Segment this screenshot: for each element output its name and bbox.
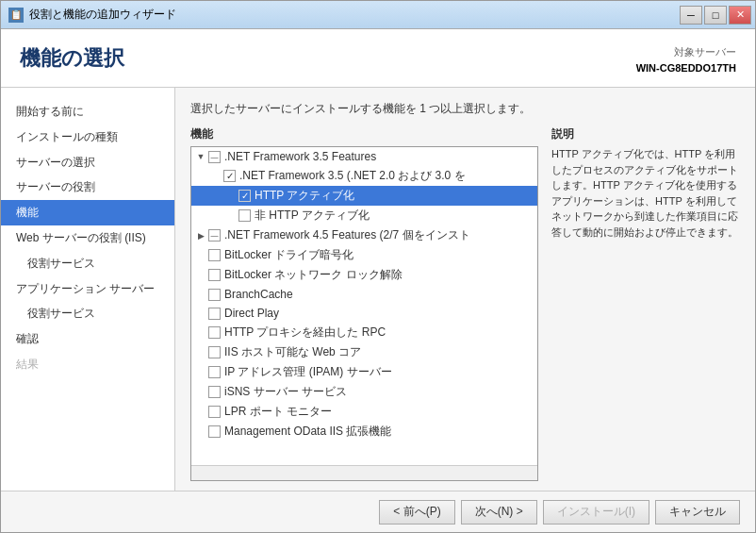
description-text: HTTP アクティブ化では、HTTP を利用したプロセスのアクティブ化をサポート…	[551, 146, 740, 240]
panel-body: 機能 .NET Framework 3.5 Features.NET Frame…	[190, 126, 740, 481]
sidebar-item-confirm[interactable]: 確認	[1, 326, 174, 352]
checkbox-branchcache[interactable]	[208, 289, 221, 301]
install-button[interactable]: インストール(I)	[543, 500, 649, 525]
titlebar-left: 📋 役割と機能の追加ウィザード	[8, 7, 176, 23]
feature-item-http-rpc[interactable]: HTTP プロキシを経由した RPC	[191, 323, 537, 342]
description-panel: 説明 HTTP アクティブ化では、HTTP を利用したプロセスのアクティブ化をサ…	[551, 126, 740, 481]
minimize-button[interactable]: ─	[680, 6, 702, 25]
feature-item-management[interactable]: Management OData IIS 拡張機能	[191, 422, 537, 441]
checkbox-non-http-activation[interactable]	[238, 209, 251, 222]
feature-item-net35-features[interactable]: .NET Framework 3.5 Features	[191, 147, 537, 166]
maximize-button[interactable]: □	[704, 6, 727, 25]
sidebar-item-before-start[interactable]: 開始する前に	[1, 99, 174, 125]
checkbox-lpr[interactable]	[208, 406, 221, 418]
feature-label-net45-features: .NET Framework 4.5 Features (2/7 個をインスト	[224, 227, 470, 243]
checkbox-net35-features[interactable]	[208, 151, 221, 163]
sidebar-item-install-type[interactable]: インストールの種類	[1, 125, 174, 150]
feature-label-management: Management OData IIS 拡張機能	[224, 424, 391, 440]
server-label: 対象サーバー	[636, 44, 736, 60]
expand-arrow-net35-features	[195, 151, 206, 162]
window-title: 役割と機能の追加ウィザード	[29, 7, 176, 23]
feature-item-branchcache[interactable]: BranchCache	[191, 285, 537, 304]
feature-label-net35: .NET Framework 3.5 (.NET 2.0 および 3.0 を	[239, 168, 466, 184]
server-name: WIN-CG8EDDO17TH	[636, 60, 736, 76]
sidebar-item-server-role[interactable]: サーバーの役割	[1, 175, 174, 200]
checkbox-bitlocker-network[interactable]	[208, 269, 221, 281]
feature-label-bitlocker-network: BitLocker ネットワーク ロック解除	[224, 267, 403, 283]
feature-item-http-activation[interactable]: HTTP アクティブ化	[191, 186, 537, 206]
feature-label-lpr: LPR ポート モニター	[224, 404, 332, 420]
feature-label-http-rpc: HTTP プロキシを経由した RPC	[224, 325, 386, 341]
features-label: 機能	[190, 126, 538, 142]
sidebar-item-app-server[interactable]: アプリケーション サーバー	[1, 276, 174, 302]
content-area: 機能の選択 対象サーバー WIN-CG8EDDO17TH 開始する前にインストー…	[1, 29, 755, 491]
features-list-container: .NET Framework 3.5 Features.NET Framewor…	[190, 146, 538, 481]
titlebar: 📋 役割と機能の追加ウィザード ─ □ ✕	[1, 1, 755, 29]
feature-item-iis-web-core[interactable]: IIS ホスト可能な Web コア	[191, 342, 537, 362]
feature-item-net45-features[interactable]: .NET Framework 4.5 Features (2/7 個をインスト	[191, 225, 537, 245]
checkbox-net45-features[interactable]	[208, 229, 221, 242]
feature-label-ip-admin: IP アドレス管理 (IPAM) サーバー	[224, 364, 392, 380]
feature-item-direct-play[interactable]: Direct Play	[191, 304, 537, 323]
features-panel: 機能 .NET Framework 3.5 Features.NET Frame…	[190, 126, 538, 481]
checkbox-ip-admin[interactable]	[208, 366, 221, 378]
main-area: 開始する前にインストールの種類サーバーの選択サーバーの役割機能Web サーバーの…	[1, 88, 755, 491]
next-button[interactable]: 次へ(N) >	[461, 500, 537, 525]
expand-arrow-net45-features	[195, 230, 206, 242]
feature-item-ip-admin[interactable]: IP アドレス管理 (IPAM) サーバー	[191, 362, 537, 382]
cancel-button[interactable]: キャンセル	[655, 500, 740, 525]
server-info: 対象サーバー WIN-CG8EDDO17TH	[636, 44, 736, 75]
checkbox-isns[interactable]	[208, 386, 221, 398]
feature-item-lpr[interactable]: LPR ポート モニター	[191, 402, 537, 422]
description-label: 説明	[551, 126, 740, 142]
sidebar-item-server-select[interactable]: サーバーの選択	[1, 150, 174, 175]
checkbox-http-rpc[interactable]	[208, 326, 221, 339]
header-area: 機能の選択 対象サーバー WIN-CG8EDDO17TH	[1, 29, 755, 88]
sidebar-item-role-services[interactable]: 役割サービス	[1, 251, 174, 276]
main-window: 📋 役割と機能の追加ウィザード ─ □ ✕ 機能の選択 対象サーバー WIN-C…	[0, 0, 756, 533]
sidebar-item-results: 結果	[1, 352, 174, 377]
feature-label-bitlocker-drive: BitLocker ドライブ暗号化	[224, 247, 353, 263]
sidebar: 開始する前にインストールの種類サーバーの選択サーバーの役割機能Web サーバーの…	[1, 88, 175, 491]
checkbox-direct-play[interactable]	[208, 308, 221, 320]
window-controls: ─ □ ✕	[680, 6, 751, 25]
horizontal-scrollbar[interactable]	[191, 465, 537, 480]
sidebar-item-features[interactable]: 機能	[1, 200, 174, 225]
feature-label-isns: iSNS サーバー サービス	[224, 384, 347, 400]
feature-label-net35-features: .NET Framework 3.5 Features	[224, 150, 376, 163]
feature-item-bitlocker-network[interactable]: BitLocker ネットワーク ロック解除	[191, 265, 537, 285]
feature-label-direct-play: Direct Play	[224, 307, 279, 320]
feature-item-non-http-activation[interactable]: 非 HTTP アクティブ化	[191, 206, 537, 225]
feature-label-iis-web-core: IIS ホスト可能な Web コア	[224, 344, 361, 360]
features-list[interactable]: .NET Framework 3.5 Features.NET Framewor…	[191, 147, 537, 465]
page-title: 機能の選択	[20, 44, 124, 73]
instructions: 選択したサーバーにインストールする機能を 1 つ以上選択します。	[190, 101, 740, 117]
feature-item-isns[interactable]: iSNS サーバー サービス	[191, 382, 537, 402]
close-button[interactable]: ✕	[729, 6, 751, 25]
checkbox-http-activation[interactable]	[238, 190, 251, 202]
prev-button[interactable]: < 前へ(P)	[379, 500, 454, 525]
feature-item-net35[interactable]: .NET Framework 3.5 (.NET 2.0 および 3.0 を	[191, 166, 537, 186]
checkbox-bitlocker-drive[interactable]	[208, 249, 221, 261]
right-panel: 選択したサーバーにインストールする機能を 1 つ以上選択します。 機能 .NET…	[175, 88, 755, 491]
checkbox-management[interactable]	[208, 425, 221, 438]
footer: < 前へ(P) 次へ(N) > インストール(I) キャンセル	[1, 491, 755, 532]
checkbox-iis-web-core[interactable]	[208, 346, 221, 358]
sidebar-item-role-services2[interactable]: 役割サービス	[1, 301, 174, 326]
checkbox-net35[interactable]	[223, 170, 236, 182]
window-icon: 📋	[8, 8, 24, 23]
feature-label-http-activation: HTTP アクティブ化	[255, 188, 354, 204]
sidebar-item-web-server[interactable]: Web サーバーの役割 (IIS)	[1, 225, 174, 251]
feature-item-bitlocker-drive[interactable]: BitLocker ドライブ暗号化	[191, 245, 537, 265]
feature-label-non-http-activation: 非 HTTP アクティブ化	[255, 208, 370, 224]
feature-label-branchcache: BranchCache	[224, 288, 293, 301]
